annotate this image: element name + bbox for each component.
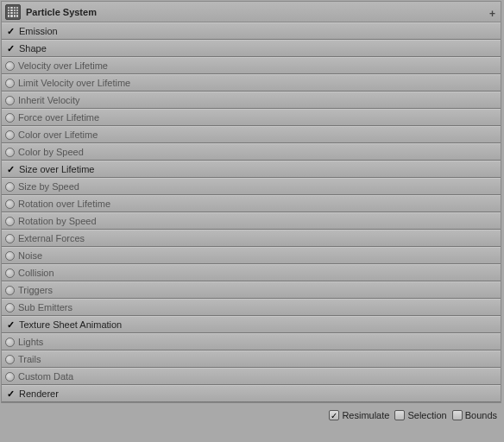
footer-bar: ✓ Resimulate Selection Bounds [0, 404, 504, 426]
module-row[interactable]: Rotation over Lifetime [2, 195, 501, 212]
module-label: Collision [18, 268, 54, 278]
module-label: Triggers [18, 285, 53, 295]
radio-icon[interactable] [5, 251, 15, 261]
checkmark-icon[interactable] [5, 43, 16, 54]
radio-icon[interactable] [5, 268, 15, 278]
add-module-button[interactable]: + [489, 8, 495, 20]
module-row[interactable]: Lights [2, 333, 501, 350]
module-label: Velocity over Lifetime [18, 60, 108, 71]
module-label: Texture Sheet Animation [19, 319, 122, 330]
module-row[interactable]: Collision [2, 264, 501, 281]
module-label: Renderer [19, 388, 59, 399]
particle-system-panel: Particle System + EmissionShapeVelocity … [1, 1, 501, 403]
resimulate-label: Resimulate [342, 410, 389, 420]
radio-icon[interactable] [5, 199, 15, 209]
module-row[interactable]: Force over Lifetime [2, 109, 501, 126]
checkmark-icon[interactable] [5, 319, 16, 330]
module-row[interactable]: Color over Lifetime [2, 126, 501, 143]
radio-icon[interactable] [5, 130, 15, 140]
module-row[interactable]: Size by Speed [2, 178, 501, 195]
module-label: Sub Emitters [18, 302, 72, 313]
panel-title: Particle System [26, 7, 97, 17]
radio-icon[interactable] [5, 96, 15, 105]
checkmark-icon[interactable] [5, 26, 16, 36]
module-row[interactable]: Color by Speed [2, 143, 501, 161]
module-label: Color by Speed [18, 147, 84, 157]
module-row[interactable]: Shape [2, 40, 501, 57]
radio-icon[interactable] [5, 217, 15, 226]
module-label: Emission [19, 26, 58, 36]
module-row[interactable]: Sub Emitters [2, 299, 501, 316]
module-label: Noise [18, 250, 42, 261]
radio-icon[interactable] [5, 303, 15, 313]
radio-icon[interactable] [5, 338, 15, 347]
radio-icon[interactable] [5, 61, 15, 71]
module-label: Trails [18, 354, 41, 364]
radio-icon[interactable] [5, 355, 15, 364]
checkbox-icon [452, 410, 463, 420]
checkmark-icon[interactable] [5, 164, 16, 174]
module-label: Force over Lifetime [18, 112, 99, 123]
module-row[interactable]: Limit Velocity over Lifetime [2, 74, 501, 92]
radio-icon[interactable] [5, 182, 15, 192]
module-label: Color over Lifetime [18, 129, 98, 140]
module-row[interactable]: Size over Lifetime [2, 161, 501, 178]
resimulate-toggle[interactable]: ✓ Resimulate [329, 410, 389, 420]
module-label: Shape [19, 43, 47, 54]
radio-icon[interactable] [5, 234, 15, 243]
bounds-toggle[interactable]: Bounds [452, 410, 497, 420]
module-row[interactable]: Velocity over Lifetime [2, 57, 501, 74]
selection-label: Selection [407, 410, 446, 420]
module-row[interactable]: Texture Sheet Animation [2, 316, 501, 333]
checkbox-icon: ✓ [329, 410, 339, 420]
module-label: Size by Speed [18, 181, 79, 192]
checkmark-icon[interactable] [5, 388, 16, 399]
radio-icon[interactable] [5, 148, 15, 157]
radio-icon[interactable] [5, 79, 15, 88]
module-label: Rotation by Speed [18, 216, 97, 226]
module-label: Lights [18, 337, 43, 347]
module-label: External Forces [18, 233, 85, 243]
module-row[interactable]: Triggers [2, 281, 501, 299]
selection-toggle[interactable]: Selection [394, 410, 446, 420]
module-row[interactable]: Renderer [2, 385, 501, 402]
particle-system-icon [5, 4, 21, 20]
module-row[interactable]: Emission [2, 22, 501, 40]
panel-header[interactable]: Particle System + [2, 2, 501, 22]
module-list: EmissionShapeVelocity over LifetimeLimit… [2, 22, 501, 402]
module-row[interactable]: Rotation by Speed [2, 212, 501, 230]
bounds-label: Bounds [465, 410, 497, 420]
module-row[interactable]: External Forces [2, 230, 501, 247]
module-row[interactable]: Noise [2, 247, 501, 264]
module-label: Custom Data [18, 371, 73, 382]
module-label: Limit Velocity over Lifetime [18, 78, 130, 88]
radio-icon[interactable] [5, 113, 15, 123]
radio-icon[interactable] [5, 286, 15, 295]
module-label: Rotation over Lifetime [18, 199, 110, 209]
radio-icon[interactable] [5, 372, 15, 382]
module-row[interactable]: Custom Data [2, 368, 501, 385]
checkbox-icon [394, 410, 405, 420]
module-row[interactable]: Inherit Velocity [2, 92, 501, 109]
module-row[interactable]: Trails [2, 350, 501, 368]
module-label: Size over Lifetime [19, 164, 94, 174]
module-label: Inherit Velocity [18, 95, 80, 105]
